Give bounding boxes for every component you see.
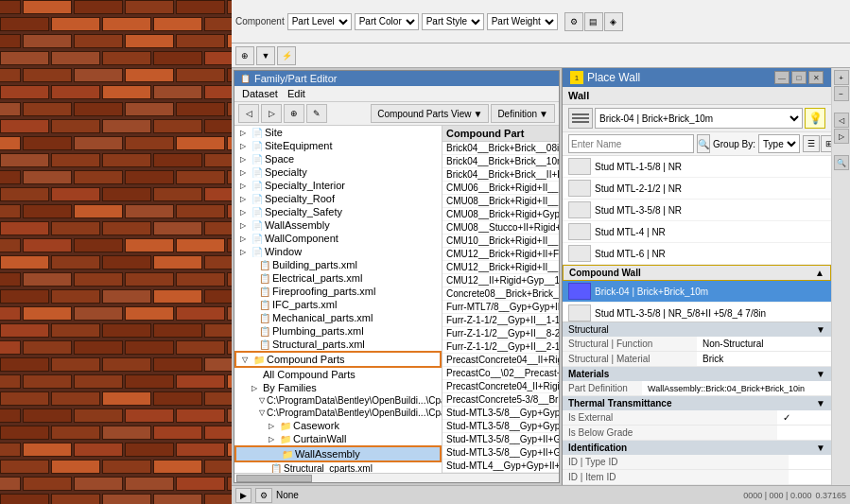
rt-btn-4[interactable]: ▷: [834, 129, 849, 144]
tree-item-wallassembly[interactable]: ▷📄WallAssembly: [234, 218, 442, 232]
prop-value-external[interactable]: ✓: [777, 410, 831, 426]
tree-item-siteequipment[interactable]: ▷📄SiteEquipment: [234, 139, 442, 152]
cp-item-21[interactable]: Stud-MTL3-5/8__Gyp+Gyp+II: [442, 420, 559, 433]
toolbar-btn-3[interactable]: ◈: [604, 12, 623, 31]
cp-item-7[interactable]: CMU10__Brick+Rigid+II__17in: [442, 235, 559, 248]
materials-section-header[interactable]: Materials ▼: [563, 367, 831, 381]
wall-item-stud-5[interactable]: Stud MTL-6 | NR: [563, 243, 831, 265]
part-weight-dropdown[interactable]: Part Weight: [487, 13, 558, 30]
cp-item-10[interactable]: CMU12__II+Rigid+Gyp__14-1: [442, 274, 559, 287]
compound-parts-view-btn[interactable]: Compound Parts View ▼: [371, 104, 489, 123]
cp-item-17[interactable]: PrecastCo__\02__Precast+Rig: [442, 367, 559, 380]
cp-item-13[interactable]: Furr-Z-1-1/2__Gyp+II__1-1/2in: [442, 314, 559, 327]
tree-item-fireproofing-parts[interactable]: 📋Fireproofing_parts.xml: [234, 285, 442, 298]
tree-item-by-families[interactable]: ▷By Families: [234, 381, 442, 394]
tree-item-cpart-1[interactable]: ▽C:\ProgramData\Bentley\OpenBuildi...\Cp…: [234, 394, 442, 407]
cp-item-8[interactable]: CMU12__Brick+Rigid+II+Furr: [442, 248, 559, 261]
part-color-dropdown[interactable]: Part Color: [355, 13, 419, 30]
cp-item-2[interactable]: Brick04__Brick+Brick__II+Furr: [442, 168, 559, 182]
tree-item-electrical-parts[interactable]: 📋Electrical_parts.xml: [234, 271, 442, 285]
cp-item-22[interactable]: Stud-MTL3-5/8__Gyp+II+Gyp: [442, 433, 559, 446]
cp-item-24[interactable]: Stud-MTL4__Gyp+Gyp+II+Gyp-5: [442, 460, 559, 473]
pw-minimize-btn[interactable]: —: [774, 71, 789, 84]
tree-item-mechanical-parts[interactable]: 📋Mechanical_parts.xml: [234, 311, 442, 324]
toolbar-btn-2[interactable]: ▤: [584, 12, 603, 31]
cp-item-1[interactable]: Brick04__Brick+Brick__10m: [442, 155, 559, 168]
fpe-menu-edit[interactable]: Edit: [284, 87, 309, 100]
list-view-btn[interactable]: ☰: [803, 135, 820, 152]
fpe-tb-btn3[interactable]: ⊕: [284, 104, 304, 123]
fpe-tb-btn1[interactable]: ◁: [238, 104, 259, 123]
prop-value-partdef[interactable]: WallAssembly::Brick:04_Brick+Brick_10in: [642, 381, 831, 396]
part-level-dropdown[interactable]: Part Level: [287, 13, 352, 30]
cp-item-20[interactable]: Stud-MTL3-5/8__Gyp+Gyp+II: [442, 407, 559, 420]
wall-type-select[interactable]: Brick-04 | Brick+Brick_10m: [595, 108, 803, 129]
identification-section-header[interactable]: Identification ▼: [563, 441, 831, 455]
tree-item-space[interactable]: ▷📄Space: [234, 152, 442, 165]
tree-item-all-compound[interactable]: All Compound Parts: [234, 368, 442, 381]
wall-item-stud-3[interactable]: Stud MTL-3-5/8 | NR: [563, 200, 831, 221]
prop-value-function[interactable]: Non-Structural: [697, 337, 831, 352]
search-input[interactable]: [568, 134, 694, 153]
horizontal-scrollbar[interactable]: [234, 473, 559, 482]
rt-btn-1[interactable]: +: [834, 70, 849, 85]
tree-item-ifc-parts[interactable]: 📋IFC_parts.xml: [234, 298, 442, 311]
cp-item-18[interactable]: PrecastConcrete04_II+Rigid-: [442, 380, 559, 393]
cp-item-6[interactable]: CMU08__Stucco+II+Rigid+G: [442, 221, 559, 235]
definition-btn[interactable]: Definition ▼: [491, 104, 555, 123]
pw-close-btn[interactable]: ✕: [808, 71, 824, 84]
pw-maximize-btn[interactable]: □: [791, 71, 807, 84]
tree-item-wallassembly-selected[interactable]: 📁WallAssembly: [234, 445, 442, 462]
cp-item-16[interactable]: PrecastConcrete04__II+Rigid+G: [442, 354, 559, 367]
prop-value-below-grade[interactable]: [777, 426, 831, 441]
cp-item-23[interactable]: Stud-MTL3-5/8__Gyp+II+Gyp: [442, 446, 559, 460]
rt-btn-2[interactable]: −: [834, 86, 849, 101]
tree-item-structural-cparts[interactable]: 📋Structural_cparts.xml: [234, 462, 442, 473]
rt-btn-3[interactable]: ◁: [834, 113, 849, 128]
tree-item-structural-parts[interactable]: 📋Structural_parts.xml: [234, 338, 442, 351]
cp-item-3[interactable]: CMU06__Brick+Rigid+II__12-1: [442, 182, 559, 195]
prop-value-type-id[interactable]: [789, 455, 831, 470]
tree-item-plumbing-parts[interactable]: 📋Plumbing_parts.xml: [234, 324, 442, 338]
tree-item-cpart-2[interactable]: ▽C:\ProgramData\Bentley\OpenBuildi...\Cp…: [234, 407, 442, 419]
tree-item-curtainwall[interactable]: ▷📁CurtainWall: [234, 432, 442, 445]
cp-item-19[interactable]: PrecastConcrete5-3/8__Brick+She: [442, 393, 559, 407]
cp-item-0[interactable]: Brick04__Brick+Brick__08in: [442, 142, 559, 155]
thermal-section-header[interactable]: Thermal Transmittance ▼: [563, 396, 831, 410]
prop-value-material[interactable]: Brick: [697, 352, 831, 367]
tb2-btn-2[interactable]: ▼: [256, 46, 275, 65]
hint-button[interactable]: 💡: [805, 108, 825, 129]
cp-item-14[interactable]: Furr-Z-1-1/2__Gyp+II__8-2: [442, 327, 559, 340]
compound-wall-section-header[interactable]: Compound Wall ▲: [563, 265, 831, 281]
fpe-tb-btn2[interactable]: ▷: [261, 104, 282, 123]
fpe-menu-dataset[interactable]: Dataset: [238, 87, 282, 100]
compound-item-2[interactable]: Stud MTL-3-5/8 | NR_5/8+II +5/8_4 7/8in: [563, 303, 831, 322]
tree-item-window[interactable]: ▷📄Window: [234, 245, 442, 258]
wall-item-stud-1[interactable]: Stud MTL-1-5/8 | NR: [563, 156, 831, 178]
scroll-thumb[interactable]: [236, 475, 312, 482]
toolbar-btn-1[interactable]: ⚙: [564, 12, 583, 31]
tree-item-specialty-roof[interactable]: ▷📄Specialty_Roof: [234, 192, 442, 205]
search-button[interactable]: 🔍: [697, 134, 710, 153]
tb2-btn-1[interactable]: ⊕: [235, 46, 254, 65]
tree-item-specialty-safety[interactable]: ▷📄Specialty_Safety: [234, 205, 442, 218]
cp-item-12[interactable]: Furr-MTL7/8__Gyp+Gyp+II__2: [442, 301, 559, 314]
wall-item-stud-2[interactable]: Stud MTL-2-1/2 | NR: [563, 178, 831, 200]
tb2-btn-3[interactable]: ⚡: [277, 46, 296, 65]
tree-item-specialty-interior[interactable]: ▷📄Specialty_Interior: [234, 179, 442, 192]
cp-item-15[interactable]: Furr-Z-1-1/2__Gyp+II__2-1/8in: [442, 340, 559, 354]
cp-item-4[interactable]: CMU08__Brick+Rigid+II__14-: [442, 195, 559, 208]
rt-btn-5[interactable]: 🔍: [834, 155, 849, 170]
wall-item-stud-4[interactable]: Stud MTL-4 | NR: [563, 221, 831, 243]
compound-item-selected[interactable]: Brick-04 | Brick+Brick_10m: [563, 281, 831, 303]
fpe-tb-btn4[interactable]: ✎: [306, 104, 327, 123]
cp-item-9[interactable]: CMU12__Brick+Rigid+II__19in: [442, 261, 559, 274]
group-by-select[interactable]: Type: [758, 134, 800, 153]
tree-item-building-parts[interactable]: 📋Building_parts.xml: [234, 258, 442, 271]
tree-item-specialty[interactable]: ▷📄Specialty: [234, 165, 442, 179]
cp-item-5[interactable]: CMU08__Brick+Rigid+Gyp__10-1: [442, 208, 559, 221]
structural-section-header[interactable]: Structural ▼: [563, 322, 831, 337]
prop-value-item-id[interactable]: [789, 470, 831, 485]
cp-item-11[interactable]: Concrete08__Brick+Brick__8-E: [442, 287, 559, 301]
tree-item-wallcomponent[interactable]: ▷📄WallComponent: [234, 232, 442, 245]
